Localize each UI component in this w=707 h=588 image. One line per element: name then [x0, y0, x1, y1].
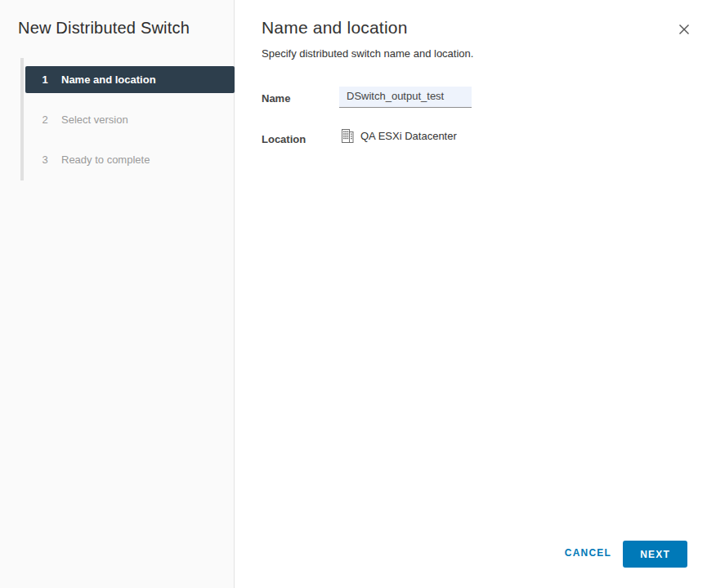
- page-title: Name and location: [262, 18, 408, 38]
- location-value-row: QA ESXi Datacenter: [342, 129, 457, 143]
- close-icon: [678, 23, 691, 36]
- step-name-and-location[interactable]: 1 Name and location: [25, 66, 235, 93]
- wizard-content-panel: Name and location Specify distributed sw…: [235, 0, 707, 588]
- name-field-label: Name: [262, 92, 290, 105]
- location-value: QA ESXi Datacenter: [360, 130, 457, 142]
- step-ready-to-complete[interactable]: 3 Ready to complete: [25, 146, 235, 173]
- new-distributed-switch-dialog: New Distributed Switch 1 Name and locati…: [0, 0, 707, 588]
- step-number: 1: [38, 74, 51, 86]
- step-label: Select version: [61, 114, 128, 126]
- step-label: Name and location: [61, 74, 156, 86]
- page-description: Specify distributed switch name and loca…: [262, 47, 473, 60]
- step-number: 2: [38, 114, 51, 126]
- cancel-button[interactable]: CANCEL: [565, 547, 611, 559]
- step-number: 3: [38, 154, 51, 166]
- step-select-version[interactable]: 2 Select version: [25, 106, 235, 133]
- switch-name-input[interactable]: [339, 87, 472, 108]
- wizard-sidebar: New Distributed Switch 1 Name and locati…: [0, 0, 235, 588]
- next-button[interactable]: NEXT: [623, 541, 687, 568]
- close-button[interactable]: [675, 20, 693, 38]
- step-track-line: [20, 58, 24, 180]
- wizard-title: New Distributed Switch: [18, 19, 190, 38]
- step-label: Ready to complete: [61, 154, 150, 166]
- datacenter-icon: [342, 129, 354, 143]
- location-field-label: Location: [262, 133, 306, 145]
